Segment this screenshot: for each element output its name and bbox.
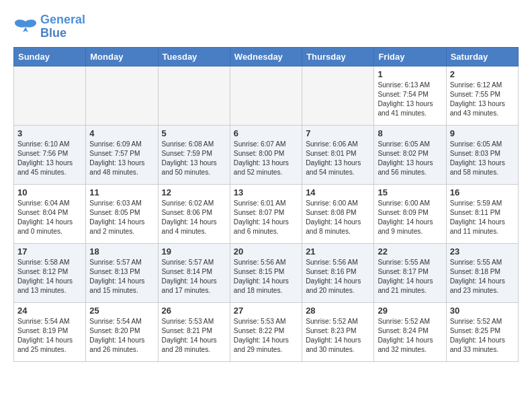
calendar-cell: 7Sunrise: 6:06 AM Sunset: 8:01 PM Daylig…	[302, 125, 374, 184]
day-header-friday: Friday	[374, 47, 446, 66]
day-header-wednesday: Wednesday	[230, 47, 302, 66]
calendar-cell: 28Sunrise: 5:52 AM Sunset: 8:23 PM Dayli…	[302, 302, 374, 361]
calendar-cell: 17Sunrise: 5:58 AM Sunset: 8:12 PM Dayli…	[14, 243, 86, 302]
calendar-cell: 15Sunrise: 6:00 AM Sunset: 8:09 PM Dayli…	[374, 184, 446, 243]
calendar-week-2: 3Sunrise: 6:10 AM Sunset: 7:56 PM Daylig…	[14, 125, 519, 184]
calendar-cell: 11Sunrise: 6:03 AM Sunset: 8:05 PM Dayli…	[86, 184, 158, 243]
day-info: Sunrise: 5:52 AM Sunset: 8:25 PM Dayligh…	[450, 317, 515, 355]
calendar-cell: 9Sunrise: 6:05 AM Sunset: 8:03 PM Daylig…	[446, 125, 518, 184]
day-info: Sunrise: 6:07 AM Sunset: 8:00 PM Dayligh…	[234, 140, 298, 178]
calendar-cell: 19Sunrise: 5:57 AM Sunset: 8:14 PM Dayli…	[158, 243, 230, 302]
calendar-cell: 29Sunrise: 5:52 AM Sunset: 8:24 PM Dayli…	[374, 302, 446, 361]
day-header-saturday: Saturday	[446, 47, 518, 66]
calendar-week-1: 1Sunrise: 6:13 AM Sunset: 7:54 PM Daylig…	[14, 66, 519, 125]
day-number: 12	[162, 187, 226, 197]
day-info: Sunrise: 5:53 AM Sunset: 8:21 PM Dayligh…	[162, 317, 226, 355]
calendar-cell: 18Sunrise: 5:57 AM Sunset: 8:13 PM Dayli…	[86, 243, 158, 302]
calendar-cell	[302, 66, 374, 125]
day-number: 14	[306, 187, 370, 197]
day-info: Sunrise: 6:09 AM Sunset: 7:57 PM Dayligh…	[89, 140, 154, 178]
calendar-cell: 1Sunrise: 6:13 AM Sunset: 7:54 PM Daylig…	[374, 66, 446, 125]
day-info: Sunrise: 5:59 AM Sunset: 8:11 PM Dayligh…	[450, 199, 515, 237]
day-number: 3	[17, 128, 82, 138]
day-info: Sunrise: 6:12 AM Sunset: 7:55 PM Dayligh…	[450, 81, 515, 119]
calendar-cell: 27Sunrise: 5:53 AM Sunset: 8:22 PM Dayli…	[230, 302, 302, 361]
day-number: 24	[17, 306, 82, 316]
calendar-cell: 22Sunrise: 5:55 AM Sunset: 8:17 PM Dayli…	[374, 243, 446, 302]
calendar-cell: 23Sunrise: 5:55 AM Sunset: 8:18 PM Dayli…	[446, 243, 518, 302]
day-info: Sunrise: 6:05 AM Sunset: 8:03 PM Dayligh…	[450, 140, 515, 178]
calendar-cell: 6Sunrise: 6:07 AM Sunset: 8:00 PM Daylig…	[230, 125, 302, 184]
calendar-cell: 16Sunrise: 5:59 AM Sunset: 8:11 PM Dayli…	[446, 184, 518, 243]
day-number: 16	[450, 187, 515, 197]
calendar-cell	[14, 66, 86, 125]
calendar-cell: 2Sunrise: 6:12 AM Sunset: 7:55 PM Daylig…	[446, 66, 518, 125]
calendar-week-3: 10Sunrise: 6:04 AM Sunset: 8:04 PM Dayli…	[14, 184, 519, 243]
calendar-cell: 25Sunrise: 5:54 AM Sunset: 8:20 PM Dayli…	[86, 302, 158, 361]
day-number: 28	[306, 306, 370, 316]
day-info: Sunrise: 5:53 AM Sunset: 8:22 PM Dayligh…	[234, 317, 298, 355]
calendar-cell: 12Sunrise: 6:02 AM Sunset: 8:06 PM Dayli…	[158, 184, 230, 243]
day-number: 7	[306, 128, 370, 138]
calendar-cell: 14Sunrise: 6:00 AM Sunset: 8:08 PM Dayli…	[302, 184, 374, 243]
day-info: Sunrise: 5:57 AM Sunset: 8:13 PM Dayligh…	[89, 258, 154, 296]
day-info: Sunrise: 6:13 AM Sunset: 7:54 PM Dayligh…	[378, 81, 442, 119]
day-info: Sunrise: 5:54 AM Sunset: 8:19 PM Dayligh…	[17, 317, 82, 355]
day-info: Sunrise: 6:05 AM Sunset: 8:02 PM Dayligh…	[378, 140, 442, 178]
day-number: 17	[17, 246, 82, 257]
day-number: 19	[162, 246, 226, 257]
logo-text: General Blue	[40, 13, 85, 40]
day-number: 29	[378, 306, 442, 316]
calendar-cell: 8Sunrise: 6:05 AM Sunset: 8:02 PM Daylig…	[374, 125, 446, 184]
day-info: Sunrise: 5:55 AM Sunset: 8:17 PM Dayligh…	[378, 258, 442, 296]
day-info: Sunrise: 6:08 AM Sunset: 7:59 PM Dayligh…	[162, 140, 226, 178]
day-header-monday: Monday	[86, 47, 158, 66]
day-info: Sunrise: 6:04 AM Sunset: 8:04 PM Dayligh…	[17, 199, 82, 237]
day-number: 23	[450, 246, 515, 257]
day-header-tuesday: Tuesday	[158, 47, 230, 66]
day-number: 27	[234, 306, 298, 316]
day-info: Sunrise: 6:06 AM Sunset: 8:01 PM Dayligh…	[306, 140, 370, 178]
day-info: Sunrise: 5:55 AM Sunset: 8:18 PM Dayligh…	[450, 258, 515, 296]
day-number: 10	[17, 187, 82, 197]
day-number: 13	[234, 187, 298, 197]
day-info: Sunrise: 5:52 AM Sunset: 8:23 PM Dayligh…	[306, 317, 370, 355]
day-info: Sunrise: 5:58 AM Sunset: 8:12 PM Dayligh…	[17, 258, 82, 296]
calendar-cell: 30Sunrise: 5:52 AM Sunset: 8:25 PM Dayli…	[446, 302, 518, 361]
calendar-cell	[158, 66, 230, 125]
calendar: SundayMondayTuesdayWednesdayThursdayFrid…	[13, 47, 519, 362]
logo-icon	[13, 17, 38, 36]
day-info: Sunrise: 6:01 AM Sunset: 8:07 PM Dayligh…	[234, 199, 298, 237]
calendar-cell	[86, 66, 158, 125]
day-number: 22	[378, 246, 442, 257]
day-number: 30	[450, 306, 515, 316]
day-number: 18	[89, 246, 154, 257]
day-info: Sunrise: 6:03 AM Sunset: 8:05 PM Dayligh…	[89, 199, 154, 237]
day-info: Sunrise: 6:10 AM Sunset: 7:56 PM Dayligh…	[17, 140, 82, 178]
day-info: Sunrise: 6:00 AM Sunset: 8:08 PM Dayligh…	[306, 199, 370, 237]
day-number: 26	[162, 306, 226, 316]
calendar-week-4: 17Sunrise: 5:58 AM Sunset: 8:12 PM Dayli…	[14, 243, 519, 302]
calendar-cell: 3Sunrise: 6:10 AM Sunset: 7:56 PM Daylig…	[14, 125, 86, 184]
day-info: Sunrise: 5:56 AM Sunset: 8:16 PM Dayligh…	[306, 258, 370, 296]
calendar-cell: 4Sunrise: 6:09 AM Sunset: 7:57 PM Daylig…	[86, 125, 158, 184]
day-info: Sunrise: 5:54 AM Sunset: 8:20 PM Dayligh…	[89, 317, 154, 355]
day-number: 9	[450, 128, 515, 138]
day-number: 5	[162, 128, 226, 138]
day-info: Sunrise: 5:52 AM Sunset: 8:24 PM Dayligh…	[378, 317, 442, 355]
logo: General Blue	[13, 13, 85, 40]
calendar-cell: 5Sunrise: 6:08 AM Sunset: 7:59 PM Daylig…	[158, 125, 230, 184]
header: General Blue	[13, 13, 519, 40]
day-number: 15	[378, 187, 442, 197]
day-header-sunday: Sunday	[14, 47, 86, 66]
day-header-thursday: Thursday	[302, 47, 374, 66]
day-info: Sunrise: 6:00 AM Sunset: 8:09 PM Dayligh…	[378, 199, 442, 237]
day-number: 25	[89, 306, 154, 316]
day-info: Sunrise: 6:02 AM Sunset: 8:06 PM Dayligh…	[162, 199, 226, 237]
calendar-cell	[230, 66, 302, 125]
calendar-cell: 13Sunrise: 6:01 AM Sunset: 8:07 PM Dayli…	[230, 184, 302, 243]
day-number: 8	[378, 128, 442, 138]
calendar-cell: 24Sunrise: 5:54 AM Sunset: 8:19 PM Dayli…	[14, 302, 86, 361]
day-number: 20	[234, 246, 298, 257]
day-info: Sunrise: 5:57 AM Sunset: 8:14 PM Dayligh…	[162, 258, 226, 296]
